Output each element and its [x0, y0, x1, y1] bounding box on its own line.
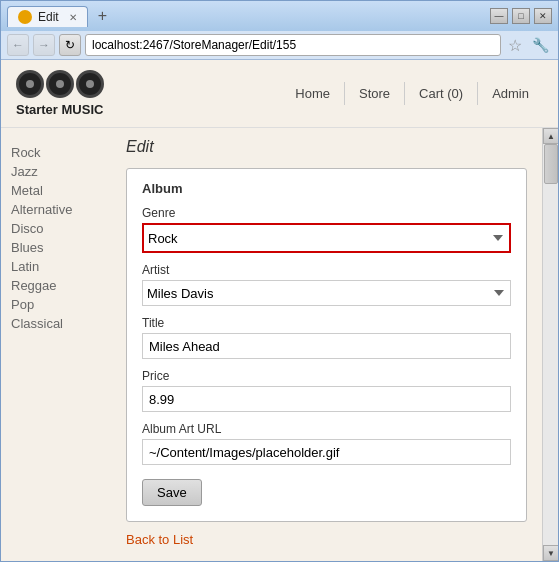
price-label: Price — [142, 369, 511, 383]
scroll-thumb[interactable] — [544, 144, 558, 184]
scroll-track[interactable] — [543, 144, 558, 545]
disc-icon-2 — [46, 70, 74, 98]
back-to-list-link[interactable]: Back to List — [126, 532, 193, 547]
main-layout: Rock Jazz Metal Alternative Disco Blues … — [1, 128, 558, 561]
maximize-button[interactable]: □ — [512, 8, 530, 24]
artist-label: Artist — [142, 263, 511, 277]
sidebar-item-jazz[interactable]: Jazz — [11, 162, 101, 181]
window-controls: — □ ✕ — [490, 8, 552, 24]
browser-content: Starter MUSIC Home Store Cart (0) Admin … — [1, 60, 558, 561]
new-tab-button[interactable]: + — [92, 5, 113, 27]
form-box-title: Album — [142, 181, 511, 196]
sidebar-item-alternative[interactable]: Alternative — [11, 200, 101, 219]
sidebar-item-reggae[interactable]: Reggae — [11, 276, 101, 295]
minimize-button[interactable]: — — [490, 8, 508, 24]
logo-discs — [16, 70, 104, 98]
scroll-up-button[interactable]: ▲ — [543, 128, 558, 144]
site-title: Starter MUSIC — [16, 102, 104, 117]
address-input[interactable]: localhost:2467/StoreManager/Edit/155 — [85, 34, 501, 56]
refresh-button[interactable]: ↻ — [59, 34, 81, 56]
genre-field-group: Genre Rock Jazz Metal Alternative Disco … — [142, 206, 511, 253]
artist-select[interactable]: Miles Davis John Coltrane Dave Brubeck — [142, 280, 511, 306]
artist-field-group: Artist Miles Davis John Coltrane Dave Br… — [142, 263, 511, 306]
title-bar: Edit ✕ + — □ ✕ — [1, 1, 558, 31]
forward-button[interactable]: → — [33, 34, 55, 56]
album-art-label: Album Art URL — [142, 422, 511, 436]
tab-title: Edit — [38, 10, 59, 24]
title-input[interactable] — [142, 333, 511, 359]
nav-store[interactable]: Store — [344, 82, 404, 105]
scrollbar[interactable]: ▲ ▼ — [542, 128, 558, 561]
sidebar-item-latin[interactable]: Latin — [11, 257, 101, 276]
disc-icon-1 — [16, 70, 44, 98]
price-field-group: Price — [142, 369, 511, 412]
sidebar-item-classical[interactable]: Classical — [11, 314, 101, 333]
site-nav: Home Store Cart (0) Admin — [281, 82, 543, 105]
active-tab[interactable]: Edit ✕ — [7, 6, 88, 27]
address-text: localhost:2467/StoreManager/Edit/155 — [92, 38, 296, 52]
tab-favicon-icon — [18, 10, 32, 24]
sidebar-item-metal[interactable]: Metal — [11, 181, 101, 200]
back-button[interactable]: ← — [7, 34, 29, 56]
tab-bar: Edit ✕ + — [7, 5, 490, 27]
settings-icon[interactable]: 🔧 — [529, 37, 552, 53]
album-art-input[interactable] — [142, 439, 511, 465]
disc-icon-3 — [76, 70, 104, 98]
sidebar-item-disco[interactable]: Disco — [11, 219, 101, 238]
sidebar-item-blues[interactable]: Blues — [11, 238, 101, 257]
genre-label: Genre — [142, 206, 511, 220]
content-area: Edit Album Genre Rock Jazz Metal Alterna… — [111, 128, 542, 561]
album-art-field-group: Album Art URL — [142, 422, 511, 465]
site-header: Starter MUSIC Home Store Cart (0) Admin — [1, 60, 558, 128]
nav-admin[interactable]: Admin — [477, 82, 543, 105]
nav-cart[interactable]: Cart (0) — [404, 82, 477, 105]
close-button[interactable]: ✕ — [534, 8, 552, 24]
address-bar: ← → ↻ localhost:2467/StoreManager/Edit/1… — [1, 31, 558, 60]
sidebar-item-rock[interactable]: Rock — [11, 143, 101, 162]
scroll-down-button[interactable]: ▼ — [543, 545, 558, 561]
tab-close-button[interactable]: ✕ — [69, 12, 77, 23]
genre-select[interactable]: Rock Jazz Metal Alternative Disco Blues … — [144, 225, 509, 251]
title-field-group: Title — [142, 316, 511, 359]
save-button[interactable]: Save — [142, 479, 202, 506]
edit-form-box: Album Genre Rock Jazz Metal Alternative … — [126, 168, 527, 522]
sidebar: Rock Jazz Metal Alternative Disco Blues … — [1, 128, 111, 561]
price-input[interactable] — [142, 386, 511, 412]
page-heading: Edit — [126, 138, 527, 156]
nav-home[interactable]: Home — [281, 82, 344, 105]
sidebar-item-pop[interactable]: Pop — [11, 295, 101, 314]
bookmark-icon[interactable]: ☆ — [505, 36, 525, 55]
title-label: Title — [142, 316, 511, 330]
logo-area: Starter MUSIC — [16, 70, 104, 117]
genre-select-wrapper: Rock Jazz Metal Alternative Disco Blues … — [142, 223, 511, 253]
